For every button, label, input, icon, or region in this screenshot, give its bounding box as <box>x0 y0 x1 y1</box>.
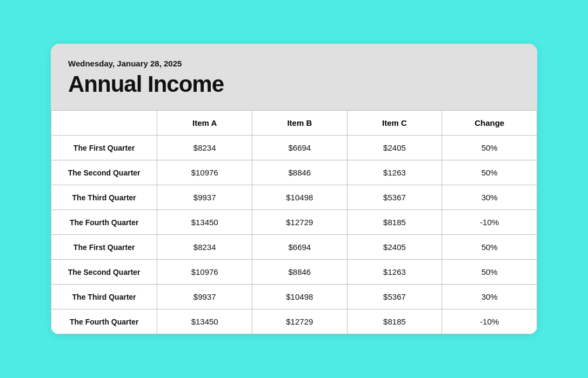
row-item-a: $10976 <box>157 160 252 185</box>
row-change: 30% <box>442 285 537 309</box>
row-label: The Fourth Quarter <box>51 309 157 334</box>
card-header: Wednesday, January 28, 2025 Annual Incom… <box>51 44 537 110</box>
row-item-b: $8846 <box>252 260 347 285</box>
row-item-c: $1263 <box>347 260 442 285</box>
row-change: 50% <box>442 260 537 285</box>
table-row: The Third Quarter$9937$10498$536730% <box>51 185 537 210</box>
row-change: -10% <box>442 309 537 334</box>
table-row: The Second Quarter$10976$8846$126350% <box>51 160 537 185</box>
row-item-c: $2405 <box>347 136 442 160</box>
row-item-a: $9937 <box>157 285 252 309</box>
income-table: Item A Item B Item C Change The First Qu… <box>51 110 537 334</box>
row-item-b: $8846 <box>252 160 347 185</box>
row-label: The Second Quarter <box>51 260 157 285</box>
row-item-b: $10498 <box>252 185 347 210</box>
row-label: The First Quarter <box>51 136 157 160</box>
row-label: The Third Quarter <box>51 285 157 309</box>
col-header-change: Change <box>442 111 537 136</box>
row-item-a: $13450 <box>157 210 252 235</box>
row-label: The Fourth Quarter <box>51 210 157 235</box>
row-change: -10% <box>442 210 537 235</box>
row-item-a: $8234 <box>157 136 252 160</box>
row-item-b: $12729 <box>252 210 347 235</box>
row-item-a: $8234 <box>157 235 252 260</box>
row-item-b: $12729 <box>252 309 347 334</box>
row-item-a: $9937 <box>157 185 252 210</box>
col-header-item-a: Item A <box>157 111 252 136</box>
header-date: Wednesday, January 28, 2025 <box>68 59 520 68</box>
row-item-c: $5367 <box>347 185 442 210</box>
col-header-item-c: Item C <box>347 111 442 136</box>
row-label: The Third Quarter <box>51 185 157 210</box>
row-item-c: $8185 <box>347 309 442 334</box>
row-change: 50% <box>442 160 537 185</box>
row-item-b: $10498 <box>252 285 347 309</box>
row-change: 30% <box>442 185 537 210</box>
row-label: The Second Quarter <box>51 160 157 185</box>
table-row: The Second Quarter$10976$8846$126350% <box>51 260 537 285</box>
col-header-item-b: Item B <box>252 111 347 136</box>
table-row: The Fourth Quarter$13450$12729$8185-10% <box>51 309 537 334</box>
row-item-b: $6694 <box>252 235 347 260</box>
table-row: The First Quarter$8234$6694$240550% <box>51 136 537 160</box>
row-item-c: $1263 <box>347 160 442 185</box>
row-item-c: $5367 <box>347 285 442 309</box>
table-row: The First Quarter$8234$6694$240550% <box>51 235 537 260</box>
row-change: 50% <box>442 235 537 260</box>
row-item-c: $8185 <box>347 210 442 235</box>
row-change: 50% <box>442 136 537 160</box>
row-label: The First Quarter <box>51 235 157 260</box>
header-title: Annual Income <box>68 71 520 97</box>
row-item-c: $2405 <box>347 235 442 260</box>
col-header-label <box>51 111 157 136</box>
table-row: The Third Quarter$9937$10498$536730% <box>51 285 537 309</box>
row-item-a: $10976 <box>157 260 252 285</box>
row-item-a: $13450 <box>157 309 252 334</box>
row-item-b: $6694 <box>252 136 347 160</box>
main-card: Wednesday, January 28, 2025 Annual Incom… <box>51 44 537 334</box>
table-row: The Fourth Quarter$13450$12729$8185-10% <box>51 210 537 235</box>
